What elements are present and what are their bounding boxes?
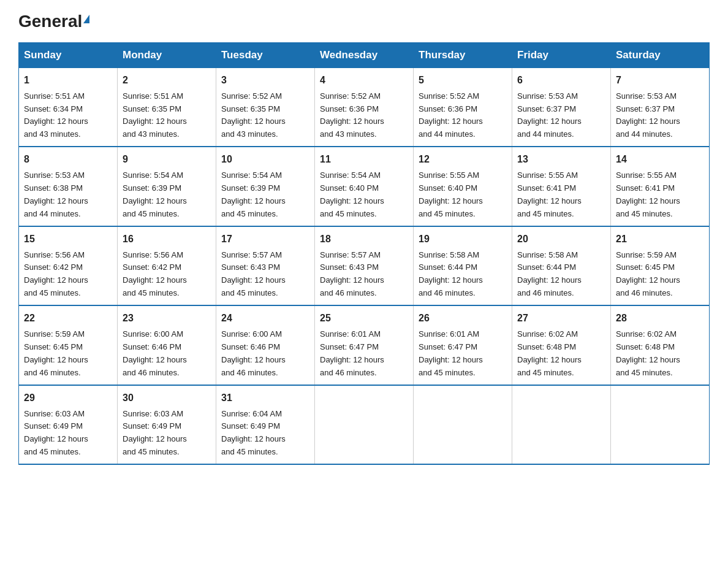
- day-info: Sunrise: 5:54 AMSunset: 6:39 PMDaylight:…: [123, 170, 187, 218]
- day-info: Sunrise: 5:58 AMSunset: 6:44 PMDaylight:…: [419, 250, 483, 298]
- logo-general: General: [18, 12, 82, 31]
- day-info: Sunrise: 5:59 AMSunset: 6:45 PMDaylight:…: [616, 250, 680, 298]
- calendar-cell: 23 Sunrise: 6:00 AMSunset: 6:46 PMDaylig…: [118, 305, 216, 385]
- weekday-header-thursday: Thursday: [414, 42, 512, 67]
- calendar-cell: 27 Sunrise: 6:02 AMSunset: 6:48 PMDaylig…: [512, 305, 611, 385]
- day-number: 7: [616, 73, 704, 88]
- calendar-cell: 21 Sunrise: 5:59 AMSunset: 6:45 PMDaylig…: [611, 226, 710, 305]
- calendar-cell: 11 Sunrise: 5:54 AMSunset: 6:40 PMDaylig…: [315, 147, 414, 226]
- calendar-cell: 24 Sunrise: 6:00 AMSunset: 6:46 PMDaylig…: [216, 305, 315, 385]
- weekday-header-row: SundayMondayTuesdayWednesdayThursdayFrid…: [19, 42, 710, 67]
- week-row-4: 22 Sunrise: 5:59 AMSunset: 6:45 PMDaylig…: [19, 305, 710, 385]
- week-row-1: 1 Sunrise: 5:51 AMSunset: 6:34 PMDayligh…: [19, 67, 710, 147]
- day-info: Sunrise: 6:04 AMSunset: 6:49 PMDaylight:…: [221, 409, 286, 457]
- day-number: 29: [24, 391, 112, 406]
- calendar-cell: 29 Sunrise: 6:03 AMSunset: 6:49 PMDaylig…: [19, 385, 118, 464]
- calendar-cell: 7 Sunrise: 5:53 AMSunset: 6:37 PMDayligh…: [611, 67, 710, 147]
- day-info: Sunrise: 6:00 AMSunset: 6:46 PMDaylight:…: [123, 329, 187, 377]
- calendar-cell: 6 Sunrise: 5:53 AMSunset: 6:37 PMDayligh…: [512, 67, 611, 147]
- calendar-cell: 22 Sunrise: 5:59 AMSunset: 6:45 PMDaylig…: [19, 305, 118, 385]
- weekday-header-wednesday: Wednesday: [315, 42, 414, 67]
- calendar-cell: 26 Sunrise: 6:01 AMSunset: 6:47 PMDaylig…: [414, 305, 512, 385]
- day-info: Sunrise: 5:59 AMSunset: 6:45 PMDaylight:…: [24, 329, 88, 377]
- calendar-cell: [611, 385, 710, 464]
- day-number: 13: [517, 152, 605, 167]
- calendar-cell: 5 Sunrise: 5:52 AMSunset: 6:36 PMDayligh…: [414, 67, 512, 147]
- day-info: Sunrise: 5:55 AMSunset: 6:40 PMDaylight:…: [419, 170, 483, 218]
- day-info: Sunrise: 6:00 AMSunset: 6:46 PMDaylight:…: [221, 329, 286, 377]
- day-info: Sunrise: 5:56 AMSunset: 6:42 PMDaylight:…: [24, 250, 88, 298]
- calendar-cell: 15 Sunrise: 5:56 AMSunset: 6:42 PMDaylig…: [19, 226, 118, 305]
- day-number: 25: [320, 311, 408, 326]
- day-info: Sunrise: 6:02 AMSunset: 6:48 PMDaylight:…: [517, 329, 582, 377]
- weekday-header-friday: Friday: [512, 42, 611, 67]
- day-number: 31: [221, 391, 309, 406]
- day-info: Sunrise: 5:52 AMSunset: 6:36 PMDaylight:…: [419, 91, 483, 139]
- day-number: 20: [517, 232, 605, 247]
- calendar-cell: [414, 385, 512, 464]
- day-number: 23: [123, 311, 211, 326]
- calendar-cell: [315, 385, 414, 464]
- calendar-cell: 9 Sunrise: 5:54 AMSunset: 6:39 PMDayligh…: [118, 147, 216, 226]
- calendar-cell: 28 Sunrise: 6:02 AMSunset: 6:48 PMDaylig…: [611, 305, 710, 385]
- day-number: 6: [517, 73, 605, 88]
- day-info: Sunrise: 6:03 AMSunset: 6:49 PMDaylight:…: [24, 409, 88, 457]
- day-number: 12: [419, 152, 507, 167]
- day-info: Sunrise: 5:54 AMSunset: 6:40 PMDaylight:…: [320, 170, 384, 218]
- weekday-header-sunday: Sunday: [19, 42, 118, 67]
- day-info: Sunrise: 5:54 AMSunset: 6:39 PMDaylight:…: [221, 170, 286, 218]
- week-row-3: 15 Sunrise: 5:56 AMSunset: 6:42 PMDaylig…: [19, 226, 710, 305]
- day-number: 17: [221, 232, 309, 247]
- day-number: 27: [517, 311, 605, 326]
- calendar-cell: 1 Sunrise: 5:51 AMSunset: 6:34 PMDayligh…: [19, 67, 118, 147]
- logo: General: [18, 12, 89, 31]
- calendar-cell: 19 Sunrise: 5:58 AMSunset: 6:44 PMDaylig…: [414, 226, 512, 305]
- day-number: 24: [221, 311, 309, 326]
- calendar-cell: 20 Sunrise: 5:58 AMSunset: 6:44 PMDaylig…: [512, 226, 611, 305]
- day-info: Sunrise: 5:51 AMSunset: 6:34 PMDaylight:…: [24, 91, 88, 139]
- calendar-cell: 3 Sunrise: 5:52 AMSunset: 6:35 PMDayligh…: [216, 67, 315, 147]
- day-info: Sunrise: 5:57 AMSunset: 6:43 PMDaylight:…: [221, 250, 286, 298]
- calendar-cell: 18 Sunrise: 5:57 AMSunset: 6:43 PMDaylig…: [315, 226, 414, 305]
- day-info: Sunrise: 5:52 AMSunset: 6:35 PMDaylight:…: [221, 91, 286, 139]
- day-number: 16: [123, 232, 211, 247]
- week-row-5: 29 Sunrise: 6:03 AMSunset: 6:49 PMDaylig…: [19, 385, 710, 464]
- day-info: Sunrise: 5:53 AMSunset: 6:37 PMDaylight:…: [517, 91, 582, 139]
- day-info: Sunrise: 5:56 AMSunset: 6:42 PMDaylight:…: [123, 250, 187, 298]
- day-number: 15: [24, 232, 112, 247]
- calendar-cell: 2 Sunrise: 5:51 AMSunset: 6:35 PMDayligh…: [118, 67, 216, 147]
- day-info: Sunrise: 5:58 AMSunset: 6:44 PMDaylight:…: [517, 250, 582, 298]
- day-number: 14: [616, 152, 704, 167]
- calendar-cell: 16 Sunrise: 5:56 AMSunset: 6:42 PMDaylig…: [118, 226, 216, 305]
- weekday-header-tuesday: Tuesday: [216, 42, 315, 67]
- day-info: Sunrise: 6:01 AMSunset: 6:47 PMDaylight:…: [419, 329, 483, 377]
- calendar-cell: 30 Sunrise: 6:03 AMSunset: 6:49 PMDaylig…: [118, 385, 216, 464]
- page-header: General: [18, 12, 710, 31]
- calendar-cell: 13 Sunrise: 5:55 AMSunset: 6:41 PMDaylig…: [512, 147, 611, 226]
- calendar-cell: 14 Sunrise: 5:55 AMSunset: 6:41 PMDaylig…: [611, 147, 710, 226]
- calendar-cell: 8 Sunrise: 5:53 AMSunset: 6:38 PMDayligh…: [19, 147, 118, 226]
- day-number: 9: [123, 152, 211, 167]
- weekday-header-saturday: Saturday: [611, 42, 710, 67]
- logo-triangle-icon: [83, 15, 89, 23]
- calendar-cell: 17 Sunrise: 5:57 AMSunset: 6:43 PMDaylig…: [216, 226, 315, 305]
- calendar-cell: 25 Sunrise: 6:01 AMSunset: 6:47 PMDaylig…: [315, 305, 414, 385]
- day-number: 22: [24, 311, 112, 326]
- day-info: Sunrise: 5:52 AMSunset: 6:36 PMDaylight:…: [320, 91, 384, 139]
- day-number: 21: [616, 232, 704, 247]
- day-info: Sunrise: 5:55 AMSunset: 6:41 PMDaylight:…: [616, 170, 680, 218]
- day-number: 1: [24, 73, 112, 88]
- day-number: 30: [123, 391, 211, 406]
- day-number: 4: [320, 73, 408, 88]
- day-number: 8: [24, 152, 112, 167]
- day-info: Sunrise: 5:55 AMSunset: 6:41 PMDaylight:…: [517, 170, 582, 218]
- day-info: Sunrise: 6:02 AMSunset: 6:48 PMDaylight:…: [616, 329, 680, 377]
- day-number: 5: [419, 73, 507, 88]
- day-number: 11: [320, 152, 408, 167]
- day-number: 3: [221, 73, 309, 88]
- day-info: Sunrise: 5:57 AMSunset: 6:43 PMDaylight:…: [320, 250, 384, 298]
- calendar-cell: 10 Sunrise: 5:54 AMSunset: 6:39 PMDaylig…: [216, 147, 315, 226]
- calendar-table: SundayMondayTuesdayWednesdayThursdayFrid…: [18, 42, 710, 465]
- day-number: 26: [419, 311, 507, 326]
- calendar-cell: 31 Sunrise: 6:04 AMSunset: 6:49 PMDaylig…: [216, 385, 315, 464]
